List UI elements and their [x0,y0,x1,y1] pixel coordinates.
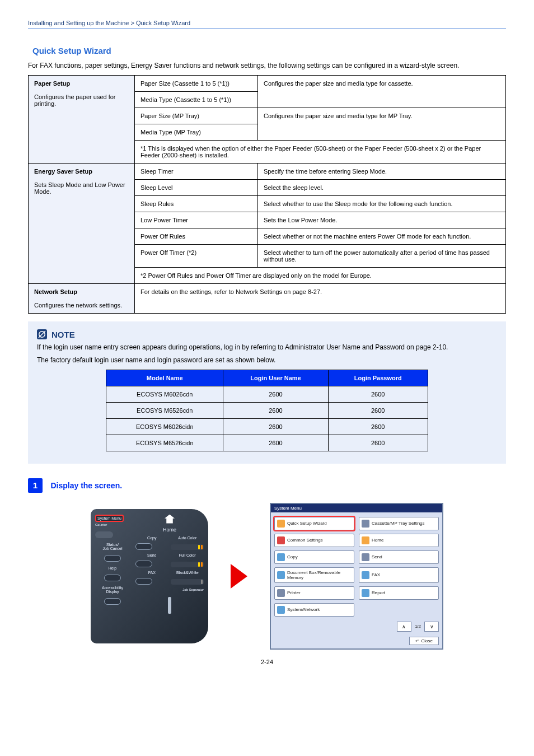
touch-copy[interactable]: Copy [274,550,354,564]
send-button[interactable] [135,561,152,567]
step-number: 1 [28,478,43,493]
detail-off-timer: Select whether to turn off the power aut… [258,245,506,268]
cell: 2600 [328,386,428,402]
network-icon [277,606,285,614]
section-title: Quick Setup Wizard [32,46,111,55]
cell: 2600 [328,418,428,435]
touch-screen: System Menu Quick Setup Wizard Cassette/… [270,503,443,650]
touch-btn-label: Send [372,554,382,559]
status-label: Status/ Job Cancel [95,543,130,550]
group-network-desc: Configures the network settings. [34,302,122,309]
status-button[interactable] [104,555,121,562]
note-line2: The factory default login user name and … [37,356,497,365]
group-energy-title: Energy Saver Setup [34,168,92,175]
page-up[interactable]: ∧ [397,622,411,632]
touch-send[interactable]: Send [359,550,439,564]
cell: ECOSYS M6526cdn [106,402,223,418]
autocolor-button[interactable] [171,544,204,550]
settings-table: Paper Setup Configures the paper used fo… [28,75,506,314]
intro-text: For FAX functions, paper settings, Energ… [28,62,506,69]
bw-label: Black&White [171,571,204,575]
touch-quick-setup[interactable]: Quick Setup Wizard [274,517,354,530]
page-number: 2-24 [0,659,534,665]
close-label: Close [421,638,433,643]
login-th-user: Login User Name [223,370,329,386]
detail-mp: Configures the paper size and media type… [258,108,506,141]
setting-off-timer: Power Off Timer (*2) [135,245,258,268]
accessibility-label: Accessibility Display [95,586,130,594]
table-row: ECOSYS M6026cidn 2600 2600 [106,418,428,435]
table-row: ECOSYS M6526cidn 2600 2600 [106,435,428,451]
bw-button[interactable] [171,579,204,585]
note-box: NOTE If the login user name entry screen… [28,321,506,464]
cell: 2600 [223,386,329,402]
touch-report[interactable]: Report [359,586,439,600]
cell: 2600 [223,402,329,418]
group-paper-desc: Configures the paper used for printing. [34,94,116,107]
breadcrumb: Installing and Setting up the Machine > … [28,20,190,26]
touch-btn-label: Cassette/MP Tray Settings [372,521,425,526]
fullcolor-button[interactable] [171,562,204,567]
touch-btn-label: Common Settings [287,538,323,543]
setting-sleep-rules: Sleep Rules [135,196,258,212]
note-icon [37,329,47,339]
group-paper: Paper Setup Configures the paper used fo… [29,76,135,164]
docbox-icon [277,571,285,579]
touch-btn-label: Printer [287,590,301,595]
setting-mp-size: Paper Size (MP Tray) [135,108,258,124]
touch-fax[interactable]: FAX [359,567,439,583]
system-menu-key[interactable]: System Menu [95,515,124,522]
touch-btn-label: Copy [287,554,298,559]
close-button[interactable]: ↵Close [409,637,439,645]
cell: 2600 [328,402,428,418]
cell: ECOSYS M6526cidn [106,435,223,451]
sysmenu-button[interactable] [95,531,113,538]
touch-home[interactable]: Home [359,534,439,547]
group-energy-desc: Sets Sleep Mode and Low Power Mode. [34,181,125,195]
paper-footnote: *1 This is displayed when the option of … [135,141,506,164]
group-network: Network Setup Configures the network set… [29,284,135,314]
jobsep-indicator [168,597,171,614]
group-energy: Energy Saver Setup Sets Sleep Mode and L… [29,164,135,284]
section-heading: Quick Setup Wizard [28,46,506,56]
fax-button[interactable] [135,578,152,585]
send-icon [362,553,369,561]
header-rule [28,29,506,29]
cell: 2600 [223,418,329,435]
page-down[interactable]: ∨ [424,622,439,632]
fax-icon [362,571,369,579]
send-label: Send [135,553,168,557]
touch-docbox[interactable]: Document Box/Removable Memory [274,567,354,583]
setting-cassette-size: Paper Size (Cassette 1 to 5 (*1)) [135,76,258,92]
touch-printer[interactable]: Printer [274,586,354,600]
touch-btn-label: Document Box/Removable Memory [287,570,352,580]
help-button[interactable] [104,575,121,581]
touch-btn-label: Quick Setup Wizard [287,521,327,526]
touch-cassette[interactable]: Cassette/MP Tray Settings [359,517,439,530]
touch-system-network[interactable]: System/Network [274,603,354,617]
settings-icon [277,536,285,544]
setting-cassette-type: Media Type (Cassette 1 to 5 (*1)) [135,92,258,108]
setting-sleep-level: Sleep Level [135,180,258,196]
copy-button[interactable] [135,543,152,550]
step-title: Display the screen. [50,481,122,490]
cell: 2600 [223,435,329,451]
home-icon [362,536,369,544]
enter-icon: ↵ [415,638,419,643]
accessibility-button[interactable] [104,598,121,605]
table-row: ECOSYS M6526cdn 2600 2600 [106,402,428,418]
touch-common[interactable]: Common Settings [274,534,354,547]
detail-low-power: Sets the Low Power Mode. [258,212,506,228]
fax-label: FAX [135,571,168,575]
setting-low-power: Low Power Timer [135,212,258,228]
group-network-title: Network Setup [34,288,77,295]
cell: 2600 [328,435,428,451]
group-paper-title: Paper Setup [34,80,70,87]
tray-icon [362,520,369,528]
counter-label: Counter [95,523,107,526]
touch-title: System Menu [271,504,442,512]
touch-btn-label: Home [372,538,383,543]
home-icon [165,515,175,524]
note-line1: If the login user name entry screen appe… [37,343,497,352]
detail-off-rules: Select whether or not the machine enters… [258,228,506,245]
